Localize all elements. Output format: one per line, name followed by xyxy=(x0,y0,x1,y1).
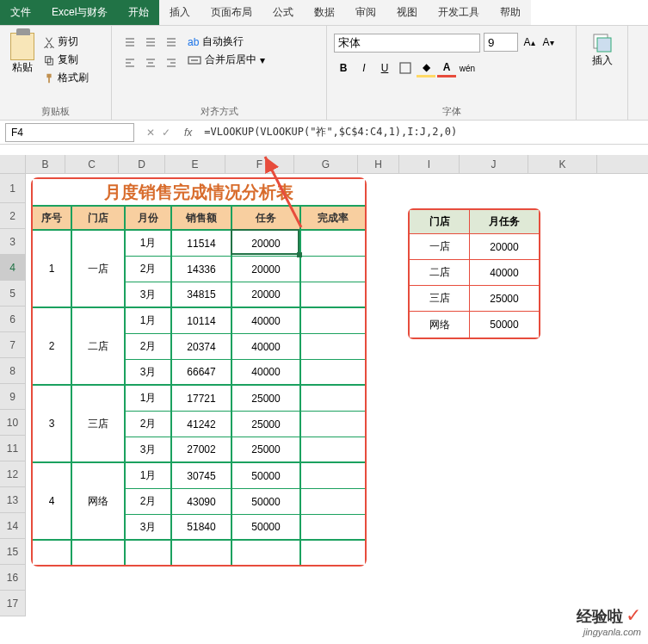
row-header-8[interactable]: 8 xyxy=(0,358,26,384)
table-cell[interactable]: 20000 xyxy=(232,282,301,308)
table-cell[interactable] xyxy=(301,541,365,565)
lookup-cell[interactable]: 20000 xyxy=(470,234,539,260)
lookup-cell[interactable]: 25000 xyxy=(470,286,539,312)
row-header-12[interactable]: 12 xyxy=(0,461,26,487)
row-header-16[interactable]: 16 xyxy=(0,565,26,591)
border-button[interactable] xyxy=(396,59,415,77)
table-cell[interactable] xyxy=(301,412,365,437)
lookup-cell[interactable]: 网络 xyxy=(410,312,470,337)
cell-no[interactable]: 3 xyxy=(33,386,72,463)
row-header-4[interactable]: 4 xyxy=(0,255,26,281)
table-cell[interactable]: 3月 xyxy=(126,515,172,541)
paste-button[interactable]: 粘贴 xyxy=(5,29,40,116)
lookup-cell[interactable]: 一店 xyxy=(410,234,470,260)
row-header-5[interactable]: 5 xyxy=(0,281,26,307)
col-header-I[interactable]: I xyxy=(399,155,460,173)
table-cell[interactable]: 2月 xyxy=(126,257,172,282)
table-cell[interactable]: 11514 xyxy=(172,231,232,257)
table-cell[interactable] xyxy=(301,282,365,308)
tab-review[interactable]: 审阅 xyxy=(345,0,386,25)
col-header-C[interactable]: C xyxy=(65,155,119,173)
col-header-D[interactable]: D xyxy=(119,155,165,173)
table-cell[interactable]: 50000 xyxy=(232,515,301,541)
select-all-corner[interactable] xyxy=(0,155,26,173)
table-cell[interactable]: 25000 xyxy=(232,437,301,463)
table-cell[interactable]: 14336 xyxy=(172,257,232,282)
table-cell[interactable]: 17721 xyxy=(172,386,232,412)
align-bottom-button[interactable] xyxy=(162,33,181,52)
table-cell[interactable] xyxy=(72,541,126,565)
worksheet-grid[interactable]: 1234567891011121314151617 月度销售完成情况分析表 序号… xyxy=(0,174,648,616)
row-header-3[interactable]: 3 xyxy=(0,229,26,255)
table-cell[interactable]: 1月 xyxy=(126,463,172,489)
phonetic-button[interactable]: wén xyxy=(458,59,477,77)
cell-store[interactable]: 网络 xyxy=(72,463,126,541)
table-cell[interactable]: 3月 xyxy=(126,437,172,463)
align-left-button[interactable] xyxy=(120,53,139,72)
cell-no[interactable]: 2 xyxy=(33,308,72,386)
tab-dev[interactable]: 开发工具 xyxy=(428,0,490,25)
table-cell[interactable]: 20000 xyxy=(232,231,301,257)
row-header-6[interactable]: 6 xyxy=(0,307,26,332)
col-header-E[interactable]: E xyxy=(165,155,225,173)
font-name-select[interactable] xyxy=(334,34,480,53)
align-top-button[interactable] xyxy=(120,33,139,52)
cell-store[interactable]: 三店 xyxy=(72,386,126,463)
merge-center-button[interactable]: 合并后居中 ▾ xyxy=(184,51,268,69)
table-cell[interactable] xyxy=(301,437,365,463)
name-box[interactable]: F4 xyxy=(5,123,134,142)
table-cell[interactable]: 20374 xyxy=(172,334,232,360)
tab-help[interactable]: 帮助 xyxy=(490,0,531,25)
table-cell[interactable]: 10114 xyxy=(172,308,232,334)
table-cell[interactable]: 20000 xyxy=(232,257,301,282)
table-cell[interactable]: 50000 xyxy=(232,463,301,489)
wrap-text-button[interactable]: ab 自动换行 xyxy=(184,33,268,51)
table-cell[interactable]: 1月 xyxy=(126,386,172,412)
table-cell[interactable]: 30745 xyxy=(172,463,232,489)
table-cell[interactable]: 25000 xyxy=(232,412,301,437)
cell-no[interactable]: 1 xyxy=(33,231,72,308)
cell-store[interactable]: 一店 xyxy=(72,231,126,308)
decrease-font-button[interactable]: A▾ xyxy=(539,33,558,52)
table-cell[interactable] xyxy=(33,541,72,565)
table-cell[interactable] xyxy=(301,489,365,515)
font-size-select[interactable] xyxy=(484,33,518,52)
tab-file[interactable]: 文件 xyxy=(0,0,41,25)
align-right-button[interactable] xyxy=(162,53,181,72)
table-cell[interactable] xyxy=(301,515,365,541)
copy-button[interactable]: 复制 xyxy=(40,51,92,69)
col-header-H[interactable]: H xyxy=(358,155,399,173)
lookup-cell[interactable]: 50000 xyxy=(470,312,539,337)
font-color-button[interactable]: A xyxy=(437,59,456,77)
table-cell[interactable] xyxy=(301,360,365,386)
formula-input[interactable]: =VLOOKUP(VLOOKUP("祚",$C$4:C4,1),I:J,2,0) xyxy=(199,125,648,139)
row-header-10[interactable]: 10 xyxy=(0,410,26,436)
table-cell[interactable]: 40000 xyxy=(232,360,301,386)
table-cell[interactable]: 43090 xyxy=(172,489,232,515)
table-cell[interactable]: 1月 xyxy=(126,308,172,334)
tab-view[interactable]: 视图 xyxy=(386,0,428,25)
italic-button[interactable]: I xyxy=(355,59,373,77)
row-header-7[interactable]: 7 xyxy=(0,332,26,358)
tab-home[interactable]: 开始 xyxy=(118,0,159,25)
col-header-B[interactable]: B xyxy=(26,155,65,173)
table-cell[interactable] xyxy=(301,334,365,360)
format-painter-button[interactable]: 格式刷 xyxy=(40,69,92,87)
align-center-button[interactable] xyxy=(141,53,160,72)
fx-icon[interactable]: fx xyxy=(177,127,199,139)
table-cell[interactable]: 51840 xyxy=(172,515,232,541)
table-cell[interactable] xyxy=(126,541,172,565)
underline-button[interactable]: U xyxy=(375,59,394,77)
cell-store[interactable]: 二店 xyxy=(72,308,126,386)
lookup-cell[interactable]: 二店 xyxy=(410,260,470,286)
table-cell[interactable]: 34815 xyxy=(172,282,232,308)
table-cell[interactable]: 3月 xyxy=(126,360,172,386)
insert-button[interactable]: 插入 xyxy=(582,29,622,71)
fill-color-button[interactable]: ◆ xyxy=(417,59,435,77)
table-cell[interactable]: 2月 xyxy=(126,412,172,437)
tab-formulas[interactable]: 公式 xyxy=(262,0,304,25)
table-cell[interactable]: 50000 xyxy=(232,489,301,515)
table-cell[interactable]: 40000 xyxy=(232,308,301,334)
tab-insert[interactable]: 插入 xyxy=(159,0,201,25)
row-header-9[interactable]: 9 xyxy=(0,384,26,410)
